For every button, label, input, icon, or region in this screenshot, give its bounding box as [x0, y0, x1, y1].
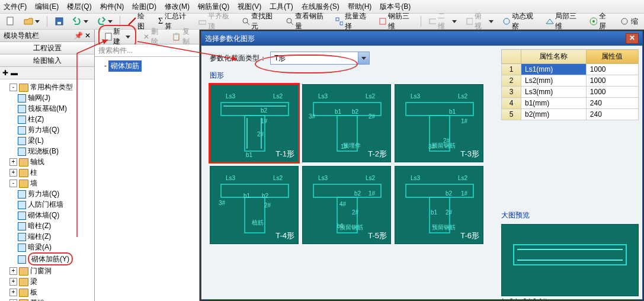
shearwall-icon	[18, 126, 26, 135]
shape-grid: Ls3Ls2 b21# 2#b1 T-1形 Ls3Ls2 3#b1 b22# 1…	[210, 84, 493, 244]
shape-option-t6[interactable]: Ls3Ls2 1#b2 b12# 预留钢筋 T-6形	[395, 166, 483, 244]
svg-rect-23	[245, 197, 265, 233]
svg-rect-28	[514, 245, 626, 265]
table-row[interactable]: 4b1(mm)240	[502, 98, 639, 109]
dialog-titlebar: 选择参数化图形 ✕	[201, 31, 642, 46]
property-table[interactable]: 属性名称属性值 1Ls1(mm)1000 2Ls2(mm)1000 3Ls3(m…	[501, 49, 639, 120]
svg-rect-20	[406, 103, 473, 116]
shape-preview: Ls3 Ls2 b2 1#	[501, 224, 639, 296]
chevron-down-icon[interactable]	[358, 52, 369, 64]
close-button[interactable]: ✕	[626, 33, 639, 44]
table-row[interactable]: 3Ls3(mm)1000	[502, 87, 639, 98]
svg-point-14	[621, 18, 627, 24]
svg-point-4	[243, 18, 248, 23]
svg-rect-2	[57, 22, 61, 24]
svg-point-13	[592, 20, 595, 23]
svg-rect-3	[199, 21, 206, 24]
menu-edit[interactable]: 编辑(E)	[35, 2, 59, 12]
new-file-button[interactable]	[4, 15, 18, 27]
shape-option-t5[interactable]: Ls3Ls2 1#b2 4#2# b1 预留钢筋 T-5形	[302, 166, 391, 244]
undo-button[interactable]	[70, 15, 91, 27]
section-type-combo[interactable]: T形	[270, 52, 370, 65]
component-tree[interactable]: -常用构件类型 轴网(J) 筏板基础(M) 柱(Z) 剪力墙(Q) 梁(L) 现…	[0, 79, 94, 301]
grid-icon	[18, 94, 26, 103]
slab-icon	[18, 148, 26, 156]
menu-floor[interactable]: 楼层(Q)	[67, 2, 91, 12]
shape-option-t3[interactable]: Ls3Ls2 b11# 3#2# 预留钢筋 T-3形	[395, 84, 483, 162]
column-icon	[18, 116, 26, 124]
svg-rect-9	[430, 19, 437, 24]
open-button[interactable]	[21, 15, 42, 27]
pin-icon[interactable]: 📌 ✕	[74, 31, 91, 40]
shapes-section-label: 图形	[210, 71, 493, 81]
table-row[interactable]: 1Ls1(mm)1000	[502, 64, 639, 75]
svg-rect-22	[221, 184, 289, 197]
menu-component[interactable]: 构件(N)	[100, 2, 124, 12]
svg-point-11	[504, 18, 510, 24]
save-button[interactable]	[52, 15, 66, 27]
section-type-label: 参数化截面类型：	[210, 53, 267, 63]
svg-rect-15	[105, 33, 111, 40]
parametric-shape-dialog: 选择参数化图形 ✕ 参数化截面类型： T形 图形 Ls3Ls2 b21#	[201, 31, 643, 300]
collapse-icon[interactable]: ▬	[11, 69, 18, 77]
shrink-button[interactable]: 缩	[617, 15, 640, 28]
svg-rect-8	[380, 18, 386, 24]
dialog-title: 选择参数化图形	[205, 34, 255, 44]
list-item-masonry-rebar[interactable]: 砌体加筋	[108, 60, 142, 72]
svg-rect-0	[7, 17, 13, 25]
raft-icon	[18, 105, 26, 113]
tab-draw-input[interactable]: 绘图输入	[0, 55, 94, 67]
preview-label: 大图预览	[501, 210, 639, 220]
module-nav-header: 模块导航栏 📌 ✕	[0, 30, 94, 42]
svg-point-5	[287, 18, 291, 23]
nav-small-toolbar: ✚ ▬	[0, 67, 94, 79]
menu-file[interactable]: 文件(F)	[4, 2, 27, 12]
tab-project-settings[interactable]: 工程设置	[0, 42, 94, 55]
toolbar: 绘图 Σ汇总计算 平齐板顶 查找图元 查看钢筋量 批量选择 钢筋三维 二维 俯视…	[0, 14, 644, 30]
shape-option-t4[interactable]: Ls3Ls2 3#b1 b22# 植筋 T-4形	[210, 166, 299, 244]
module-nav-panel: 模块导航栏 📌 ✕ 工程设置 绘图输入 ✚ ▬ -常用构件类型 轴网(J) 筏板…	[0, 30, 95, 301]
beam-icon	[18, 137, 26, 145]
svg-rect-6	[336, 18, 339, 21]
tree-masonry-rebar[interactable]: 砌体加筋(Y)	[18, 252, 93, 265]
expand-icon[interactable]: ✚	[2, 69, 8, 77]
component-list[interactable]: - 砌体加筋	[104, 60, 196, 72]
svg-rect-7	[340, 22, 343, 25]
svg-rect-10	[467, 18, 473, 24]
component-list-panel: 新建 ✕删除 📋复制 搜索构件... - 砌体加筋	[95, 30, 200, 301]
shape-option-t1[interactable]: Ls3Ls2 b21# 2#b1 T-1形	[210, 84, 299, 162]
svg-rect-16	[221, 103, 289, 116]
shape-option-t2[interactable]: Ls3Ls2 3#b1 b22# 1# 预埋件 T-2形	[302, 84, 391, 162]
search-input[interactable]: 搜索构件...	[95, 44, 199, 57]
table-row[interactable]: 5b2(mm)240	[502, 109, 639, 120]
table-row[interactable]: 2Ls2(mm)1000	[502, 75, 639, 87]
